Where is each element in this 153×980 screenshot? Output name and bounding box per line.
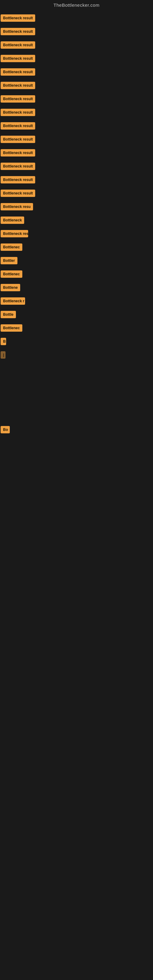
list-item-4: Bottleneck result xyxy=(0,52,153,65)
list-item-13: Bottleneck result xyxy=(0,173,153,186)
bottleneck-badge-21: Bottlene xyxy=(1,284,20,291)
bottleneck-badge-15: Bottleneck resu xyxy=(1,203,33,210)
list-item-18: Bottlenec xyxy=(0,240,153,254)
list-item-22: Bottleneck r xyxy=(0,294,153,308)
bottleneck-badge-12: Bottleneck result xyxy=(1,162,35,170)
page-container: TheBottlenecker.com Bottleneck resultBot… xyxy=(0,0,153,498)
bottleneck-badge-final: Bo xyxy=(1,426,10,433)
list-item-11: Bottleneck result xyxy=(0,146,153,159)
list-item-25: B xyxy=(0,335,153,348)
bottleneck-badge-17: Bottleneck res xyxy=(1,230,28,237)
list-item-16: Bottleneck xyxy=(0,213,153,227)
bottleneck-badge-14: Bottleneck result xyxy=(1,189,35,197)
list-item-23: Bottle xyxy=(0,308,153,321)
bottleneck-badge-4: Bottleneck result xyxy=(1,55,35,62)
bottleneck-badge-22: Bottleneck r xyxy=(1,298,25,305)
list-item-15: Bottleneck resu xyxy=(0,200,153,213)
bottleneck-badge-3: Bottleneck result xyxy=(1,41,35,49)
list-item-17: Bottleneck res xyxy=(0,227,153,240)
list-item-21: Bottlene xyxy=(0,281,153,294)
list-item-9: Bottleneck result xyxy=(0,119,153,133)
list-item-7: Bottleneck result xyxy=(0,92,153,106)
bottleneck-badge-7: Bottleneck result xyxy=(1,95,35,103)
list-item-24: Bottlenec xyxy=(0,321,153,335)
list-item-8: Bottleneck result xyxy=(0,106,153,119)
list-item-19: Bottler xyxy=(0,254,153,267)
list-item-6: Bottleneck result xyxy=(0,79,153,92)
gap-section xyxy=(0,362,153,423)
bottleneck-badge-5: Bottleneck result xyxy=(1,68,35,76)
list-item-20: Bottlenec xyxy=(0,267,153,281)
gap-section-2 xyxy=(0,436,153,498)
list-item-12: Bottleneck result xyxy=(0,159,153,173)
list-item-14: Bottleneck result xyxy=(0,186,153,200)
site-title: TheBottlenecker.com xyxy=(0,0,153,11)
bottleneck-badge-26: | xyxy=(1,351,5,359)
list-item-10: Bottleneck result xyxy=(0,133,153,146)
list-item-final: Bo xyxy=(0,423,153,436)
list-item-3: Bottleneck result xyxy=(0,38,153,52)
bottleneck-badge-11: Bottleneck result xyxy=(1,149,35,156)
bottleneck-badge-16: Bottleneck xyxy=(1,216,24,224)
bottleneck-badge-8: Bottleneck result xyxy=(1,109,35,116)
bottleneck-badge-20: Bottlenec xyxy=(1,270,22,278)
bottleneck-badge-9: Bottleneck result xyxy=(1,122,35,130)
bottleneck-badge-23: Bottle xyxy=(1,311,16,318)
bottleneck-badge-25: B xyxy=(1,338,6,345)
bottleneck-badge-6: Bottleneck result xyxy=(1,82,35,89)
bottleneck-badge-24: Bottlenec xyxy=(1,324,22,332)
list-item-1: Bottleneck result xyxy=(0,11,153,25)
bottleneck-badge-18: Bottlenec xyxy=(1,243,22,251)
list-item-26: | xyxy=(0,348,153,362)
list-item-5: Bottleneck result xyxy=(0,65,153,79)
bottleneck-badge-10: Bottleneck result xyxy=(1,136,35,143)
bottleneck-badge-13: Bottleneck result xyxy=(1,176,35,183)
bottleneck-badge-19: Bottler xyxy=(1,257,18,264)
bottleneck-badge-2: Bottleneck result xyxy=(1,28,35,35)
list-item-2: Bottleneck result xyxy=(0,25,153,38)
bottleneck-list: Bottleneck resultBottleneck resultBottle… xyxy=(0,11,153,362)
bottleneck-badge-1: Bottleneck result xyxy=(1,14,35,22)
